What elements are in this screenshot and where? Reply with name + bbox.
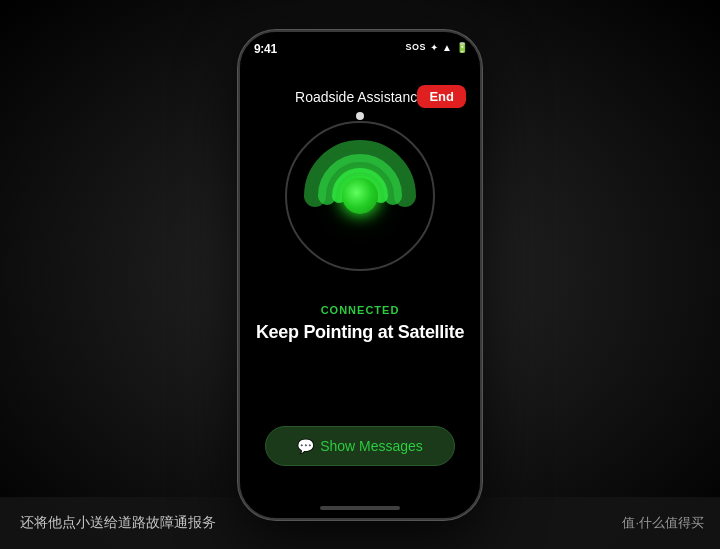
- satellite-icon: ✦: [430, 42, 438, 53]
- show-messages-button[interactable]: 💬 Show Messages: [265, 426, 455, 466]
- phone-screen: 9:41 SOS ✦ ▲ 🔋 Roadside Assistance End: [240, 32, 480, 518]
- home-indicator: [320, 506, 400, 510]
- connected-label: CONNECTED: [256, 304, 464, 316]
- sos-label: SOS: [406, 42, 427, 52]
- status-right: SOS ✦ ▲ 🔋: [406, 42, 468, 53]
- nav-title: Roadside Assistance: [295, 89, 425, 105]
- instruction-text: Keep Pointing at Satellite: [256, 322, 464, 343]
- nav-bar: Roadside Assistance End: [240, 78, 480, 116]
- scene: 9:41 SOS ✦ ▲ 🔋 Roadside Assistance End: [0, 0, 720, 549]
- compass-area: [280, 116, 440, 276]
- show-messages-label: Show Messages: [320, 438, 423, 454]
- wifi-icon: ▲: [442, 42, 452, 53]
- end-button[interactable]: End: [417, 85, 466, 108]
- phone-frame: 9:41 SOS ✦ ▲ 🔋 Roadside Assistance End: [238, 30, 482, 520]
- silent-button: [238, 94, 239, 116]
- volume-up-button: [238, 130, 239, 164]
- status-section: CONNECTED Keep Pointing at Satellite: [256, 304, 464, 343]
- status-time: 9:41: [254, 42, 277, 56]
- volume-down-button: [238, 174, 239, 208]
- center-dot: [342, 178, 378, 214]
- dynamic-island: [322, 42, 398, 66]
- message-icon: 💬: [297, 438, 314, 454]
- bottom-bar-logo: 值·什么值得买: [622, 514, 704, 532]
- bottom-bar-text: 还将他点小送给道路故障通报务: [20, 514, 216, 532]
- battery-icon: 🔋: [456, 42, 468, 53]
